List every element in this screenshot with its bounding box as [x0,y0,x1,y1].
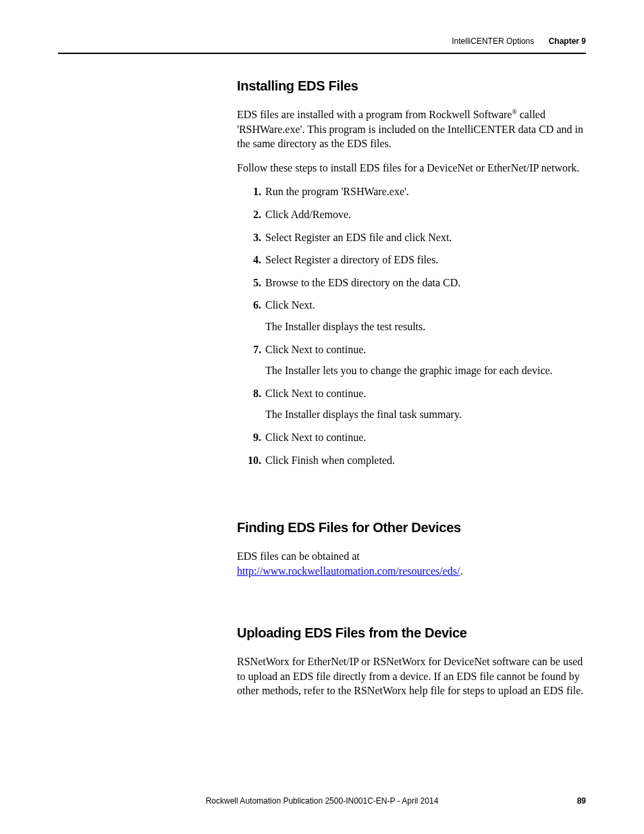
step-item: 5.Browse to the EDS directory on the dat… [265,276,586,290]
step-number: 1. [245,184,261,199]
step-item: 6.Click Next.The Installer displays the … [265,298,586,334]
step-text: Run the program 'RSHWare.exe'. [265,186,409,197]
step-number: 8. [245,386,261,401]
step-text: Click Next to continue. [265,388,366,399]
step-number: 2. [245,207,261,222]
paragraph: EDS files can be obtained at http://www.… [237,549,586,578]
step-number: 5. [245,276,261,290]
header-chapter: Chapter 9 [549,36,586,46]
page-header: IntelliCENTER Options Chapter 9 [58,36,586,46]
step-text: Select Register a directory of EDS files… [265,254,438,265]
content-column: Installing EDS Files EDS files are insta… [237,78,586,698]
step-text: Select Register an EDS file and click Ne… [265,232,452,243]
header-section: IntelliCENTER Options [452,36,534,46]
step-item: 9.Click Next to continue. [265,430,586,445]
step-number: 10. [245,453,261,468]
heading-uploading-eds: Uploading EDS Files from the Device [237,625,586,641]
text: EDS files are installed with a program f… [237,109,512,120]
step-text: Click Add/Remove. [265,209,351,220]
step-item: 7.Click Next to continue.The Installer l… [265,342,586,378]
step-item: 8.Click Next to continue.The Installer d… [265,386,586,422]
eds-resources-link[interactable]: http://www.rockwellautomation.com/resour… [237,565,460,577]
header-divider [58,53,586,54]
step-item: 2.Click Add/Remove. [265,207,586,222]
footer-page-number: 89 [566,796,586,806]
step-subtext: The Installer displays the final task su… [265,407,586,422]
step-number: 7. [245,342,261,357]
paragraph: RSNetWorx for EtherNet/IP or RSNetWorx f… [237,654,586,698]
step-item: 4.Select Register a directory of EDS fil… [265,253,586,267]
page-footer: Rockwell Automation Publication 2500-IN0… [0,796,644,806]
text: . [460,565,462,577]
step-number: 9. [245,430,261,445]
step-text: Click Finish when completed. [265,454,395,466]
step-item: 3.Select Register an EDS file and click … [265,230,586,245]
step-subtext: The Installer displays the test results. [265,319,586,334]
step-item: 10.Click Finish when completed. [265,453,586,468]
step-number: 6. [245,298,261,313]
paragraph: Follow these steps to install EDS files … [237,161,586,176]
step-text: Click Next to continue. [265,344,366,355]
text: EDS files can be obtained at [237,550,360,562]
heading-finding-eds: Finding EDS Files for Other Devices [237,520,586,536]
heading-installing-eds: Installing EDS Files [237,78,586,94]
page: IntelliCENTER Options Chapter 9 Installi… [0,0,644,834]
step-list: 1.Run the program 'RSHWare.exe'. 2.Click… [237,184,586,467]
step-item: 1.Run the program 'RSHWare.exe'. [265,184,586,199]
footer-publication: Rockwell Automation Publication 2500-IN0… [78,796,566,806]
step-number: 3. [245,230,261,245]
step-text: Click Next to continue. [265,432,366,443]
spacer [237,475,586,515]
step-subtext: The Installer lets you to change the gra… [265,363,586,378]
step-text: Browse to the EDS directory on the data … [265,277,460,288]
paragraph: EDS files are installed with a program f… [237,107,586,151]
step-text: Click Next. [265,299,315,311]
spacer [237,588,586,620]
registered-mark: ® [512,108,516,115]
step-number: 4. [245,253,261,267]
